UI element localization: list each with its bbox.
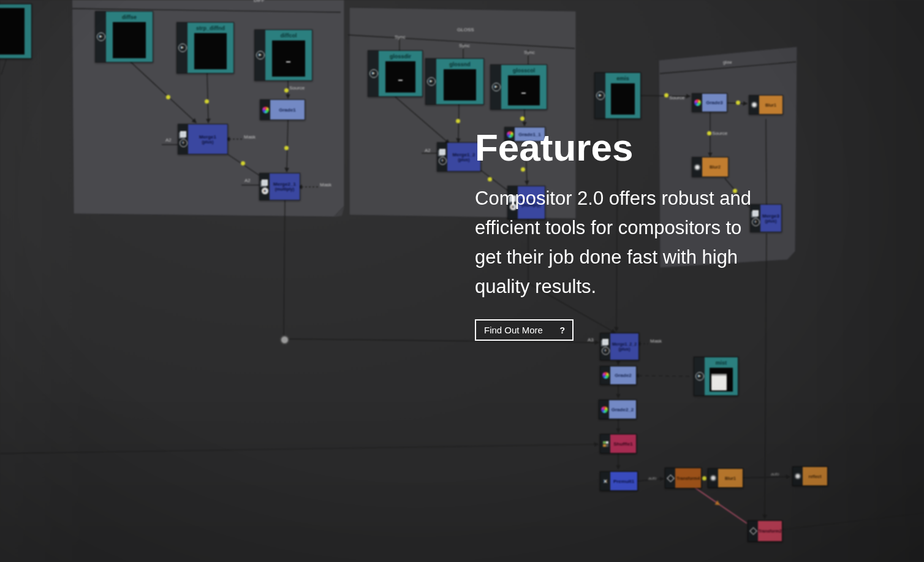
page-title: Features [475, 129, 633, 167]
find-out-more-button[interactable]: Find Out More ? [475, 319, 574, 341]
description-line: get their job done fast with high [475, 243, 751, 272]
hero-section: Features Compositor 2.0 offers robust an… [0, 0, 924, 562]
features-hero-page: { "hero": { "title": "Features", "descri… [0, 0, 924, 562]
button-glyph-icon: ? [559, 325, 565, 335]
description-line: efficient tools for compositors to [475, 213, 751, 243]
find-out-more-label: Find Out More [484, 325, 543, 335]
description-line: Compositor 2.0 offers robust and [475, 184, 751, 213]
description-line: quality results. [475, 272, 751, 302]
hero-description: Compositor 2.0 offers robust and efficie… [475, 184, 751, 302]
